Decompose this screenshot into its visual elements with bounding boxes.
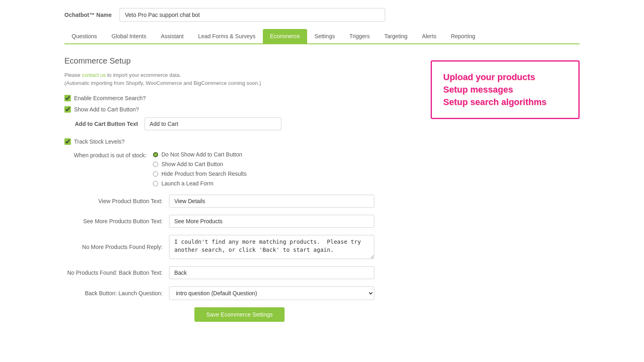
radio-hide-product-input[interactable] (153, 171, 158, 177)
tab-targeting[interactable]: Targeting (377, 29, 415, 43)
show-add-cart-row: Show Add to Cart Button? (64, 106, 415, 113)
show-add-cart-label: Show Add to Cart Button? (74, 106, 139, 113)
out-of-stock-section: When product is out of stock: Do Not Sho… (64, 151, 415, 187)
radio-launch-lead: Launch a Lead Form (153, 180, 247, 187)
no-products-label: No Products Found: Back Button Text: (64, 269, 169, 276)
tab-ecommerce[interactable]: Ecommerce (263, 29, 308, 43)
ochatbot-name-input[interactable] (120, 8, 385, 22)
tab-alerts[interactable]: Alerts (415, 29, 444, 43)
show-add-cart-checkbox[interactable] (64, 106, 71, 113)
add-to-cart-text-label: Add to Cart Button Text (75, 121, 138, 127)
tab-assistant[interactable]: Assistant (153, 29, 191, 43)
section-description: Please contact us to import your ecommer… (64, 71, 415, 87)
radio-do-not-show-input[interactable] (153, 152, 158, 157)
add-to-cart-text-row: Add to Cart Button Text (75, 117, 415, 130)
out-of-stock-radio-group: Do Not Show Add to Cart Button Show Add … (153, 151, 247, 187)
no-more-label: No More Products Found Reply: (64, 244, 169, 250)
radio-show-add-cart-label: Show Add to Cart Button (161, 161, 223, 167)
radio-launch-lead-input[interactable] (153, 181, 158, 186)
radio-launch-lead-label: Launch a Lead Form (161, 180, 213, 187)
back-button-row: Back Button: Launch Question: intro ques… (64, 286, 415, 300)
see-more-row: See More Products Button Text: (64, 215, 415, 228)
promo-line-2: Setup messages (443, 84, 567, 96)
track-stock-checkbox[interactable] (64, 138, 71, 145)
see-more-input[interactable] (169, 215, 374, 228)
no-products-input[interactable] (169, 266, 374, 279)
promo-line-3: Setup search algorithms (443, 96, 567, 109)
ochatbot-name-label: Ochatbot™ Name (64, 12, 111, 18)
promo-text: Upload your products Setup messages Setu… (443, 71, 567, 108)
back-button-select[interactable]: intro question (Default Question) (169, 286, 374, 300)
tab-triggers[interactable]: Triggers (342, 29, 377, 43)
radio-do-not-show: Do Not Show Add to Cart Button (153, 151, 247, 158)
tab-settings[interactable]: Settings (307, 29, 342, 43)
view-product-label: View Product Button Text: (64, 198, 169, 204)
save-button-row: Save Ecommerce Settings (64, 307, 415, 322)
navigation-tabs: Questions Global Intents Assistant Lead … (64, 29, 580, 44)
see-more-label: See More Products Button Text: (64, 218, 169, 224)
radio-hide-product-label: Hide Product from Search Results (161, 171, 247, 177)
enable-ecommerce-label: Enable Ecommerce Search? (74, 95, 146, 101)
enable-ecommerce-row: Enable Ecommerce Search? (64, 95, 415, 101)
promo-line-1: Upload your products (443, 71, 567, 84)
out-of-stock-label: When product is out of stock: (64, 151, 153, 158)
no-products-row: No Products Found: Back Button Text: (64, 266, 415, 279)
no-more-textarea[interactable]: I couldn't find any more matching produc… (169, 235, 374, 259)
save-ecommerce-button[interactable]: Save Ecommerce Settings (194, 307, 285, 322)
tab-global-intents[interactable]: Global Intents (104, 29, 153, 43)
no-more-row: No More Products Found Reply: I couldn't… (64, 235, 415, 259)
view-product-input[interactable] (169, 195, 374, 208)
track-stock-label: Track Stock Levels? (74, 138, 125, 145)
radio-show-add-cart-input[interactable] (153, 162, 158, 167)
radio-hide-product: Hide Product from Search Results (153, 171, 247, 177)
add-to-cart-text-input[interactable] (144, 117, 281, 130)
back-button-label: Back Button: Launch Question: (64, 290, 169, 296)
tab-lead-forms[interactable]: Lead Forms & Surveys (191, 29, 262, 43)
contact-link[interactable]: contact us (82, 72, 105, 78)
radio-do-not-show-label: Do Not Show Add to Cart Button (161, 151, 242, 158)
tab-questions[interactable]: Questions (64, 29, 104, 43)
view-product-row: View Product Button Text: (64, 195, 415, 208)
radio-show-add-cart: Show Add to Cart Button (153, 161, 247, 167)
tab-reporting[interactable]: Reporting (444, 29, 483, 43)
section-title: Ecommerce Setup (64, 56, 415, 66)
enable-ecommerce-checkbox[interactable] (64, 95, 71, 101)
track-stock-row: Track Stock Levels? (64, 138, 415, 145)
promo-box: Upload your products Setup messages Setu… (431, 60, 580, 119)
